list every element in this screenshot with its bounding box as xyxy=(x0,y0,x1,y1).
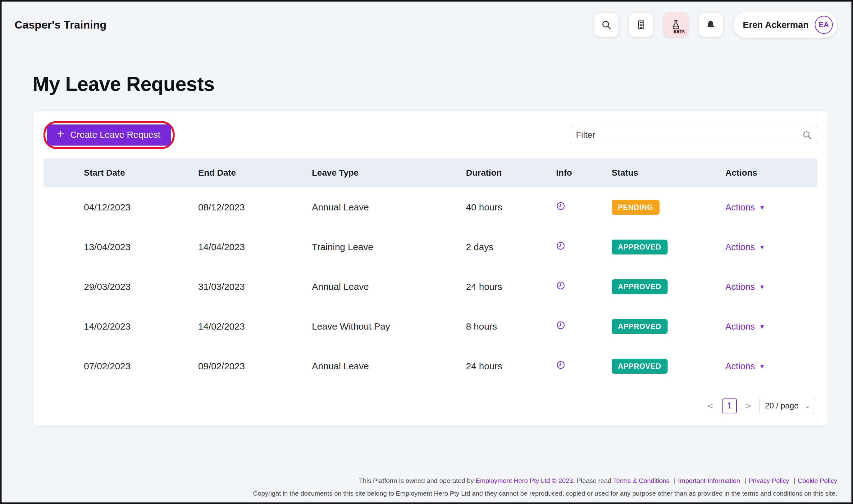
pagination-next-button[interactable]: > xyxy=(744,401,752,411)
row-actions-label: Actions xyxy=(725,202,755,213)
beta-features-button[interactable]: BETA xyxy=(664,13,688,37)
cell-start-date: 13/04/2023 xyxy=(43,227,158,267)
cell-leave-type: Annual Leave xyxy=(272,346,425,386)
search-icon xyxy=(601,20,612,30)
click-highlight-ring: Create Leave Request xyxy=(43,121,175,149)
footer-separator: | xyxy=(674,477,675,484)
info-clock-icon[interactable] xyxy=(556,321,565,330)
notifications-button[interactable] xyxy=(699,13,723,37)
filter-wrap xyxy=(570,126,817,144)
cell-start-date: 07/02/2023 xyxy=(43,346,158,386)
cell-duration: 40 hours xyxy=(425,187,516,227)
footer-separator: | xyxy=(794,477,795,484)
status-badge: APPROVED xyxy=(612,239,667,254)
cell-leave-type: Training Leave xyxy=(272,227,425,267)
cell-duration: 24 hours xyxy=(425,346,516,386)
pagination-prev-button[interactable]: < xyxy=(707,401,714,411)
status-badge: APPROVED xyxy=(612,319,667,334)
status-badge: APPROVED xyxy=(612,279,667,294)
leave-requests-card: Create Leave Request Start Date xyxy=(33,110,828,427)
brand-title: Casper's Training xyxy=(15,19,107,31)
cell-start-date: 29/03/2023 xyxy=(43,267,158,307)
caret-down-icon: ▼ xyxy=(759,363,765,369)
terms-conditions-link[interactable]: Terms & Conditions xyxy=(613,477,669,484)
row-actions-button[interactable]: Actions ▼ xyxy=(725,322,765,332)
create-leave-request-button[interactable]: Create Leave Request xyxy=(47,124,171,146)
pagination: < 1 > 20 / page ⌄ xyxy=(33,398,815,414)
cell-end-date: 14/02/2023 xyxy=(158,307,272,346)
top-bar: Casper's Training xyxy=(2,2,851,48)
footer-separator: | xyxy=(744,477,746,484)
privacy-policy-link[interactable]: Privacy Policy xyxy=(749,477,789,484)
footer-text-mid: . Please read xyxy=(573,477,613,484)
caret-down-icon: ▼ xyxy=(759,324,765,329)
bell-icon xyxy=(706,20,716,30)
cookie-policy-link[interactable]: Cookie Policy xyxy=(798,477,837,484)
cell-end-date: 09/02/2023 xyxy=(158,346,272,386)
filter-search-icon[interactable] xyxy=(802,130,812,141)
cell-duration: 24 hours xyxy=(425,267,516,307)
page-size-value: 20 / page xyxy=(765,401,798,411)
cell-leave-type: Leave Without Pay xyxy=(272,307,425,346)
col-header-status: Status xyxy=(571,158,685,187)
col-header-leave-type: Leave Type xyxy=(272,158,425,187)
footer: This Platform is owned and operated by E… xyxy=(2,477,851,497)
info-clock-icon[interactable] xyxy=(556,360,565,370)
table-row: 07/02/2023 09/02/2023 Annual Leave 24 ho… xyxy=(43,346,818,386)
search-button[interactable] xyxy=(594,13,619,37)
cell-start-date: 14/02/2023 xyxy=(43,307,158,346)
row-actions-button[interactable]: Actions ▼ xyxy=(725,361,765,372)
card-toolbar: Create Leave Request xyxy=(33,121,828,149)
beta-badge: BETA xyxy=(673,29,686,34)
col-header-start-date: Start Date xyxy=(43,158,158,187)
info-clock-icon[interactable] xyxy=(556,281,565,290)
cell-leave-type: Annual Leave xyxy=(272,267,425,307)
user-name: Eren Ackerman xyxy=(743,20,808,30)
cell-duration: 8 hours xyxy=(425,307,516,346)
avatar: EA xyxy=(815,16,833,34)
table-row: 13/04/2023 14/04/2023 Training Leave 2 d… xyxy=(43,227,818,267)
page-title: My Leave Requests xyxy=(33,73,851,96)
create-leave-request-label: Create Leave Request xyxy=(70,130,160,140)
page-size-select[interactable]: 20 / page ⌄ xyxy=(760,398,815,414)
col-header-info: Info xyxy=(516,158,571,187)
plus-icon xyxy=(56,129,65,141)
row-actions-label: Actions xyxy=(725,322,755,332)
cell-duration: 2 days xyxy=(425,227,516,267)
col-header-duration: Duration xyxy=(425,158,516,187)
important-information-link[interactable]: Important Information xyxy=(678,477,740,484)
flask-icon xyxy=(671,20,681,30)
row-actions-label: Actions xyxy=(725,282,755,292)
row-actions-button[interactable]: Actions ▼ xyxy=(725,282,765,292)
building-icon xyxy=(636,20,646,30)
employment-hero-link[interactable]: Employment Hero Pty Ltd © 2023 xyxy=(475,477,573,484)
row-actions-label: Actions xyxy=(725,361,755,372)
table-header-row: Start Date End Date Leave Type Duration … xyxy=(43,158,818,187)
table-row: 04/12/2023 08/12/2023 Annual Leave 40 ho… xyxy=(43,187,818,227)
cell-leave-type: Annual Leave xyxy=(272,187,425,227)
info-clock-icon[interactable] xyxy=(556,201,565,211)
pagination-page-1[interactable]: 1 xyxy=(722,398,737,413)
cell-start-date: 04/12/2023 xyxy=(43,187,158,227)
user-menu[interactable]: Eren Ackerman EA xyxy=(733,12,837,38)
col-header-end-date: End Date xyxy=(158,158,272,187)
caret-down-icon: ▼ xyxy=(759,204,765,211)
filter-input[interactable] xyxy=(570,126,817,144)
row-actions-button[interactable]: Actions ▼ xyxy=(725,242,765,252)
select-caret-icon: ⌄ xyxy=(804,403,811,408)
footer-text-prefix: This Platform is owned and operated by xyxy=(359,477,475,484)
cell-end-date: 14/04/2023 xyxy=(158,227,272,267)
footer-copyright-line: Copyright in the documents on this site … xyxy=(2,490,837,497)
top-actions: BETA Eren Ackerman EA xyxy=(594,12,837,38)
row-actions-button[interactable]: Actions ▼ xyxy=(725,202,765,213)
footer-legal-line: This Platform is owned and operated by E… xyxy=(2,477,837,484)
table-row: 29/03/2023 31/03/2023 Annual Leave 24 ho… xyxy=(43,267,818,307)
cell-end-date: 08/12/2023 xyxy=(158,187,272,227)
app-screen: Casper's Training xyxy=(0,0,853,504)
caret-down-icon: ▼ xyxy=(759,284,765,290)
caret-down-icon: ▼ xyxy=(759,244,765,250)
cell-end-date: 31/03/2023 xyxy=(158,267,272,307)
company-button[interactable] xyxy=(629,13,653,37)
leave-requests-table: Start Date End Date Leave Type Duration … xyxy=(43,158,818,386)
info-clock-icon[interactable] xyxy=(556,241,565,250)
